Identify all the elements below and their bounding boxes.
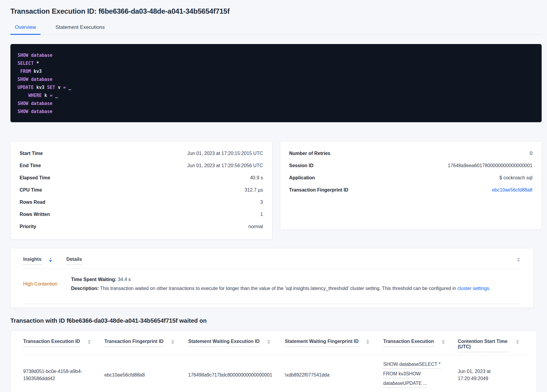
row-rows-read: Rows Read 3 — [20, 196, 263, 208]
kv-value: $ cockroach sql — [499, 175, 532, 181]
column-label: Transaction Execution ID — [23, 339, 80, 347]
sort-icon — [171, 340, 174, 344]
insight-details: Time Spent Waiting: 34.4 s Description: … — [71, 276, 520, 292]
kv-value: 40.9 s — [250, 175, 263, 181]
col-statement-waiting-fingerprint-id[interactable]: Statement Waiting Fingerprint ID — [285, 339, 383, 355]
sort-icon — [267, 340, 270, 344]
sql-line: SHOW database — [18, 76, 535, 84]
page-title: Transaction Execution ID: f6be6366-da03-… — [10, 7, 547, 15]
kv-label: Rows Read — [20, 200, 45, 205]
caret-up-icon — [366, 340, 369, 341]
transaction-execution-link-line[interactable]: FROM kv3SHOW — [383, 370, 421, 378]
cell-statement-waiting-execution-id: 176498a9c717bdc80000000000000001 — [188, 355, 285, 392]
tab-overview[interactable]: Overview — [10, 22, 40, 35]
col-transaction-execution-id[interactable]: Transaction Execution ID — [23, 339, 104, 355]
cell-transaction-fingerprint-id: ebc10ae56cfd88a8 — [104, 355, 188, 392]
col-transaction-fingerprint-id[interactable]: Transaction Fingerprint ID — [104, 339, 188, 355]
kv-value: 3 — [260, 200, 263, 205]
kv-label: Priority — [20, 224, 36, 229]
insight-row: High Contention Time Spent Waiting: 34.4… — [11, 269, 533, 300]
column-label: Statement Waiting Execution ID — [188, 339, 260, 347]
caret-down-icon — [49, 260, 52, 262]
divider — [23, 304, 520, 304]
insights-table-header: Insights Details — [11, 248, 533, 265]
transaction-fingerprint-link[interactable]: ebc10ae56cfd88a8 — [492, 187, 532, 193]
caret-down-icon — [88, 342, 91, 344]
kv-value: 1 — [260, 212, 263, 217]
sql-line: FROM kv3 — [18, 68, 535, 76]
kv-value: 312.7 µs — [245, 187, 263, 193]
sort-icon — [366, 340, 369, 344]
time-spent-waiting-label: Time Spent Waiting: — [71, 277, 117, 282]
sql-line: SHOW database — [18, 51, 535, 59]
col-statement-waiting-execution-id[interactable]: Statement Waiting Execution ID — [188, 339, 285, 355]
row-elapsed-time: Elapsed Time 40.9 s — [20, 172, 263, 184]
kv-label: Application — [289, 175, 315, 181]
waited-on-table: Transaction Execution ID Transaction Fin… — [23, 339, 527, 392]
kv-value: normal — [249, 224, 263, 229]
row-end-time: End Time Jun 01, 2023 at 17:20:56:2056 U… — [20, 159, 263, 172]
caret-up-icon — [88, 340, 91, 341]
kv-value: 17648a9eea6017800000000000000001 — [448, 163, 532, 168]
caret-down-icon — [366, 342, 369, 344]
col-contention-start-time[interactable]: Contention Start Time (UTC) — [458, 339, 527, 355]
caret-down-icon — [442, 342, 445, 344]
insight-description: Description: This transaction waited on … — [71, 285, 520, 292]
details-column-header[interactable]: Details — [66, 257, 82, 265]
kv-value: Jun 01, 2023 at 17:20:56:2056 UTC — [187, 163, 263, 168]
transaction-execution-link-line[interactable]: SHOW databaseSELECT * — [383, 361, 441, 369]
time-spent-waiting-value: 34.4 s — [117, 277, 131, 282]
column-label: Contention Start Time (UTC) — [458, 339, 508, 352]
description-label: Description: — [71, 286, 99, 291]
sort-icon — [88, 340, 91, 344]
time-spent-waiting: Time Spent Waiting: 34.4 s — [71, 276, 520, 283]
cell-contention-start-time: Jun 01, 2023 at 17:20:49:2049 — [458, 355, 527, 392]
kv-label: End Time — [20, 163, 41, 168]
row-session-id: Session ID 17648a9eea6017800000000000000… — [289, 159, 533, 172]
column-label: Statement Waiting Fingerprint ID — [285, 339, 359, 347]
row-transaction-fingerprint-id: Transaction Fingerprint ID ebc10ae56cfd8… — [289, 184, 533, 196]
execution-meta-card: Number of Retries 0 Session ID 17648a9ee… — [280, 141, 542, 230]
sql-statements-box: SHOW databaseSELECT * FROM kv3SHOW datab… — [10, 44, 542, 122]
kv-value: 0 — [530, 151, 532, 156]
column-label: Transaction Execution — [383, 339, 434, 347]
table-header-row: Transaction Execution ID Transaction Fin… — [23, 339, 527, 355]
caret-down-icon — [516, 342, 519, 344]
row-application: Application $ cockroach sql — [289, 172, 533, 184]
caret-up-icon — [171, 340, 174, 341]
caret-up-icon — [517, 258, 520, 259]
waited-on-table-card: Transaction Execution ID Transaction Fin… — [10, 331, 537, 392]
sql-line: SHOW database — [18, 108, 535, 116]
transaction-details-page: Transaction Execution ID: f6be6366-da03-… — [0, 0, 547, 392]
sort-icon — [516, 340, 519, 344]
kv-label: Elapsed Time — [20, 175, 50, 181]
caret-down-icon — [517, 260, 520, 262]
row-cpu-time: CPU Time 312.7 µs — [20, 184, 263, 196]
kv-label: Transaction Fingerprint ID — [289, 187, 348, 193]
sort-icon — [517, 258, 520, 262]
kv-value: Jun 01, 2023 at 17:20:15:2015 UTC — [187, 151, 263, 156]
sql-line: SHOW database — [18, 100, 535, 108]
cell-statement-waiting-fingerprint-id: \xdb8922f077541dda — [285, 355, 383, 392]
insight-type-badge: High Contention — [23, 276, 71, 292]
row-rows-written: Rows Written 1 — [20, 208, 263, 220]
sql-line: WHERE k = _ — [18, 92, 535, 100]
transaction-execution-link-line[interactable]: databaseUPDATE ... — [383, 380, 427, 388]
cell-transaction-execution: SHOW databaseSELECT * FROM kv3SHOW datab… — [383, 355, 458, 392]
row-number-of-retries: Number of Retries 0 — [289, 147, 533, 159]
insights-column-header[interactable]: Insights — [23, 257, 41, 265]
description-text: This transaction waited on other transac… — [99, 286, 457, 291]
cell-transaction-execution-id: 9738d051-bc0e-4158-a9b4-1903586ddd42 — [23, 355, 104, 392]
tab-statement-executions[interactable]: Statement Executions — [51, 22, 109, 35]
kv-label: Session ID — [289, 163, 314, 168]
col-transaction-execution[interactable]: Transaction Execution — [383, 339, 458, 355]
row-priority: Priority normal — [20, 220, 263, 233]
caret-up-icon — [49, 258, 52, 259]
sql-line: UPDATE kv3 SET v = _ — [18, 84, 535, 92]
column-label: Transaction Fingerprint ID — [104, 339, 164, 347]
kv-label: Start Time — [20, 151, 43, 156]
kv-label: CPU Time — [20, 187, 42, 193]
cluster-settings-link[interactable]: cluster settings — [458, 286, 489, 291]
sort-icon — [49, 258, 52, 262]
caret-down-icon — [171, 342, 174, 344]
